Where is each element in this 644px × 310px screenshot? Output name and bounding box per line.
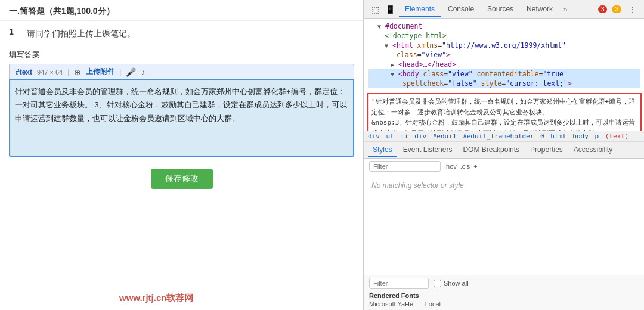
mobile-icon[interactable]: 📱 [383, 4, 398, 16]
dom-body-attrs: spellcheck="false" style="cursor: text;"… [368, 79, 640, 88]
breadcrumb-ul[interactable]: ul [386, 132, 394, 140]
music-icon[interactable]: ♪ [141, 67, 145, 77]
tab2-event-listeners[interactable]: Event Listeners [398, 144, 457, 157]
breadcrumb-text[interactable]: (text) [605, 132, 629, 140]
breadcrumb-bar: div ul li div #edui1 #edui1_frameholder … [364, 131, 644, 142]
toolbar-size: 947 × 64 [37, 69, 63, 76]
dom-doctype: <!doctype html> [368, 31, 640, 41]
bottom-filter-input[interactable] [369, 278, 429, 289]
show-all-checkbox[interactable] [434, 280, 441, 287]
rendered-font-name: Microsoft YaHei — Local [369, 300, 639, 308]
dom-body[interactable]: ▼ <body class="view" contenteditable="tr… [368, 69, 640, 79]
styles-filter-input[interactable] [369, 161, 441, 172]
settings-icon[interactable]: ⋮ [626, 4, 639, 16]
fill-label: 填写答案 [0, 46, 363, 64]
cursor-icon[interactable]: ⬚ [369, 4, 382, 16]
tab-console[interactable]: Console [442, 2, 480, 17]
toolbar-text-label: #text [16, 68, 32, 76]
devtools-icons: 3 3 ⋮ [598, 4, 639, 16]
breadcrumb-li[interactable]: li [400, 132, 408, 140]
breadcrumb-html[interactable]: html [550, 132, 566, 140]
editor-toolbar: #text 947 × 64 | ⊕ 上传附件 | 🎤 ♪ [9, 64, 354, 79]
question-number: 1 [9, 27, 21, 36]
rendered-fonts: Rendered Fonts Microsoft YaHei — Local [369, 292, 639, 308]
breadcrumb-0[interactable]: 0 [540, 132, 544, 140]
section-header: 一.简答题（共1题,100.0分） [0, 0, 363, 21]
devtools-panel: ⬚ 📱 Elements Console Sources Network » 3… [364, 0, 644, 310]
tab-elements[interactable]: Elements [399, 2, 441, 17]
breadcrumb-p[interactable]: p [595, 132, 599, 140]
upload-attachment-label: 上传附件 [86, 67, 114, 77]
dom-document: ▼ #document [368, 21, 640, 31]
devtools-tabbar: ⬚ 📱 Elements Console Sources Network » 3… [364, 0, 644, 19]
dom-panel: ▼ #document <!doctype html> ▼ <html xmln… [364, 19, 644, 131]
bottom-panel: Show all Rendered Fonts Microsoft YaHei … [364, 275, 644, 310]
more-tabs[interactable]: » [560, 3, 571, 16]
save-btn-row: 保存修改 [0, 157, 363, 201]
tab-network[interactable]: Network [521, 2, 559, 17]
watermark: www.rjtj.cn软荐网 [119, 293, 193, 304]
cls-toggle[interactable]: .cls [460, 163, 470, 170]
dom-html: ▼ <html xmlns="http://www.w3.org/1999/xh… [368, 41, 640, 50]
tab2-accessibility[interactable]: Accessibility [569, 144, 617, 157]
rendered-fonts-title: Rendered Fonts [369, 292, 639, 299]
warning-badge: 3 [612, 5, 621, 13]
show-all-label: Show all [434, 280, 469, 287]
question-row: 1 请同学们拍照上传上课笔记。 [0, 21, 363, 46]
question-text: 请同学们拍照上传上课笔记。 [27, 27, 135, 40]
dom-head: ▶ <head>…</head> [368, 60, 640, 69]
error-badge: 3 [598, 5, 608, 13]
dom-text-content: "针对普通会员及非会员的管理群，统一命名规则，如金万家郑州中心创富孵化群+编号，… [367, 93, 642, 131]
tab2-dom-breakpoints[interactable]: DOM Breakpoints [458, 144, 524, 157]
left-panel: 一.简答题（共1题,100.0分） 1 请同学们拍照上传上课笔记。 填写答案 #… [0, 0, 364, 310]
breadcrumb-div2[interactable]: div [414, 132, 426, 140]
breadcrumb-edui1[interactable]: #edui1 [433, 132, 457, 140]
hov-toggle[interactable]: :hov [444, 163, 457, 170]
breadcrumb-frameholder[interactable]: #edui1_frameholder [463, 132, 534, 140]
mic-icon[interactable]: 🎤 [126, 67, 136, 77]
sub-tabs-bar: Styles Event Listeners DOM Breakpoints P… [364, 142, 644, 159]
tab2-properties[interactable]: Properties [525, 144, 568, 157]
breadcrumb-div[interactable]: div [368, 132, 380, 140]
dom-html-class: class="view"> [368, 50, 640, 60]
editor-area[interactable]: 针对普通会员及非会员的管理群，统一命名规则，如金万家郑州中心创富孵化群+编号，群… [9, 79, 354, 157]
breadcrumb-body[interactable]: body [572, 132, 589, 140]
styles-panel: :hov .cls + No matching selector or styl… [364, 159, 644, 275]
save-button[interactable]: 保存修改 [151, 169, 213, 189]
styles-filter-row: :hov .cls + [369, 161, 639, 172]
tab-sources[interactable]: Sources [481, 2, 519, 17]
dom-tree: ▼ #document <!doctype html> ▼ <html xmln… [364, 19, 644, 91]
bottom-filter-row: Show all [369, 278, 639, 289]
upload-attachment-icon[interactable]: ⊕ [74, 67, 81, 77]
no-selector-msg: No matching selector or style [369, 175, 639, 196]
add-style-btn[interactable]: + [473, 163, 477, 170]
tab2-styles[interactable]: Styles [368, 144, 397, 157]
